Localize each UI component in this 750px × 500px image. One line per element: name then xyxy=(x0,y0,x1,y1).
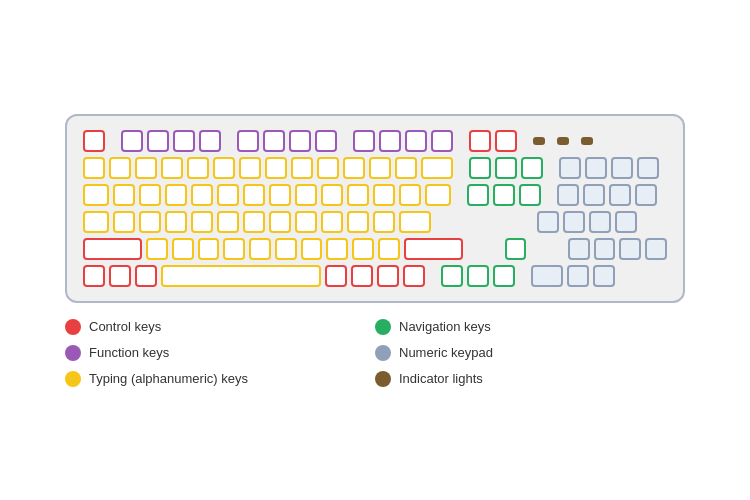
key-lctrl xyxy=(83,265,105,287)
np-enter-bot xyxy=(593,265,615,287)
legend-function: Function keys xyxy=(65,345,375,361)
key-backtick xyxy=(83,157,105,179)
indicator-1 xyxy=(533,137,545,145)
key-3 xyxy=(161,157,183,179)
key-y xyxy=(243,184,265,206)
key-backspace xyxy=(421,157,453,179)
np-7 xyxy=(557,184,579,206)
key-l xyxy=(321,211,343,233)
np-4 xyxy=(537,211,559,233)
key-equals xyxy=(395,157,417,179)
key-right xyxy=(493,265,515,287)
key-r xyxy=(191,184,213,206)
indicator-2 xyxy=(557,137,569,145)
key-f10 xyxy=(379,130,401,152)
key-escape xyxy=(83,130,105,152)
np-numlock xyxy=(559,157,581,179)
key-scroll xyxy=(495,130,517,152)
key-2 xyxy=(135,157,157,179)
key-f6 xyxy=(263,130,285,152)
key-period xyxy=(352,238,374,260)
np-3 xyxy=(619,238,641,260)
key-pgup xyxy=(521,157,543,179)
legend-dot-indicator xyxy=(375,371,391,387)
legend-right: Navigation keys Numeric keypad Indicator… xyxy=(375,319,685,387)
key-f2 xyxy=(147,130,169,152)
key-lwin xyxy=(109,265,131,287)
key-s xyxy=(139,211,161,233)
legend-left: Control keys Function keys Typing (alpha… xyxy=(65,319,375,387)
key-space xyxy=(161,265,321,287)
key-rctrl xyxy=(403,265,425,287)
legend-label-control: Control keys xyxy=(89,319,161,334)
legend-label-function: Function keys xyxy=(89,345,169,360)
key-n xyxy=(275,238,297,260)
np-9 xyxy=(609,184,631,206)
key-up xyxy=(505,238,527,260)
row-numbers xyxy=(83,157,667,179)
np-slash xyxy=(585,157,607,179)
key-8 xyxy=(291,157,313,179)
key-comma xyxy=(326,238,348,260)
key-prtsc xyxy=(469,130,491,152)
np-8 xyxy=(583,184,605,206)
key-z xyxy=(146,238,168,260)
key-t xyxy=(217,184,239,206)
key-f5 xyxy=(237,130,259,152)
np-plus-bot xyxy=(615,211,637,233)
np-0 xyxy=(531,265,563,287)
legend-dot-function xyxy=(65,345,81,361)
legend-navigation: Navigation keys xyxy=(375,319,685,335)
row-caps xyxy=(83,211,667,233)
np-minus xyxy=(637,157,659,179)
legend-dot-navigation xyxy=(375,319,391,335)
key-h xyxy=(243,211,265,233)
key-b xyxy=(249,238,271,260)
key-lalt xyxy=(135,265,157,287)
key-backslash xyxy=(425,184,451,206)
legend-dot-numpad xyxy=(375,345,391,361)
key-home xyxy=(495,157,517,179)
np-2 xyxy=(594,238,616,260)
key-caps xyxy=(83,211,109,233)
np-dot xyxy=(567,265,589,287)
legend-typing: Typing (alphanumeric) keys xyxy=(65,371,375,387)
key-minus xyxy=(369,157,391,179)
keyboard-diagram xyxy=(65,114,685,303)
key-insert xyxy=(469,157,491,179)
indicator-3 xyxy=(581,137,593,145)
legend-dot-control xyxy=(65,319,81,335)
row-shift xyxy=(83,238,667,260)
key-7 xyxy=(265,157,287,179)
row-tab xyxy=(83,184,667,206)
key-m xyxy=(301,238,323,260)
key-e xyxy=(165,184,187,206)
key-p xyxy=(347,184,369,206)
np-6 xyxy=(589,211,611,233)
np-enter-top xyxy=(645,238,667,260)
key-f xyxy=(191,211,213,233)
key-5 xyxy=(213,157,235,179)
key-rbracket xyxy=(399,184,421,206)
key-semicolon xyxy=(347,211,369,233)
key-f9 xyxy=(353,130,375,152)
key-0 xyxy=(343,157,365,179)
key-tab xyxy=(83,184,109,206)
key-quote xyxy=(373,211,395,233)
key-ralt xyxy=(325,265,347,287)
key-rwin xyxy=(351,265,373,287)
key-u xyxy=(269,184,291,206)
key-enter xyxy=(399,211,431,233)
key-delete xyxy=(467,184,489,206)
np-plus-top xyxy=(635,184,657,206)
legend-label-indicator: Indicator lights xyxy=(399,371,483,386)
key-slash xyxy=(378,238,400,260)
key-d xyxy=(165,211,187,233)
legend-indicator: Indicator lights xyxy=(375,371,685,387)
legend-label-navigation: Navigation keys xyxy=(399,319,491,334)
key-f3 xyxy=(173,130,195,152)
key-menu xyxy=(377,265,399,287)
key-i xyxy=(295,184,317,206)
key-f12 xyxy=(431,130,453,152)
key-k xyxy=(295,211,317,233)
